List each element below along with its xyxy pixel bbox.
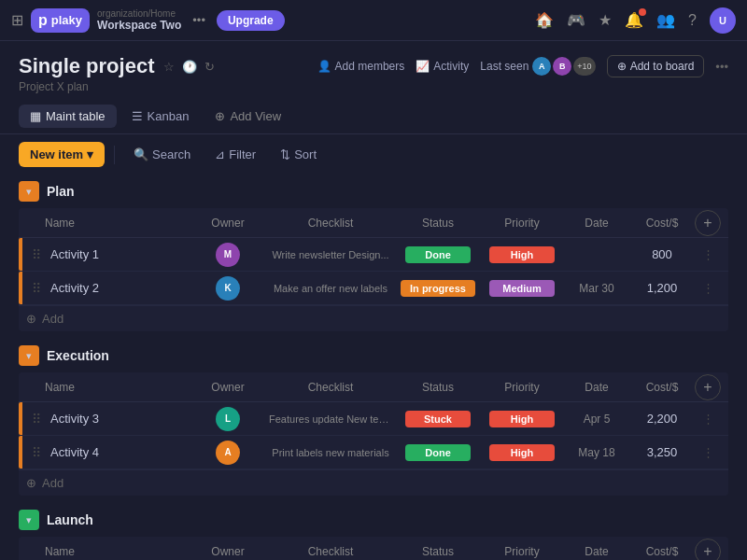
star-icon[interactable]: ★: [599, 11, 612, 29]
group-execution-col-headers: Name Owner Checklist Status Priority Dat…: [19, 372, 728, 402]
drag-handle-icon[interactable]: ⠿: [26, 247, 47, 262]
workspace-info: organization/Home Workspace Two: [97, 8, 181, 32]
col-header-checklist: Checklist: [265, 217, 396, 230]
row-more-icon[interactable]: ⋮: [695, 247, 721, 261]
row-more-icon[interactable]: ⋮: [695, 445, 721, 459]
group-plan-header[interactable]: ▾ Plan: [19, 175, 728, 208]
notifications-wrapper[interactable]: 🔔: [625, 11, 643, 29]
apps-icon[interactable]: 🎮: [567, 11, 585, 29]
row-activity-name: Activity 4: [47, 445, 190, 459]
col-add-button[interactable]: +: [695, 374, 721, 400]
group-execution-header[interactable]: ▾ Execution: [19, 339, 728, 372]
col-header-status: Status: [396, 545, 480, 558]
row-priority[interactable]: High: [480, 411, 564, 427]
row-status[interactable]: Done: [396, 246, 480, 263]
workspace-org: organization/Home: [97, 8, 181, 19]
add-to-board-button[interactable]: ⊕ Add to board: [607, 55, 705, 77]
row-left-bar: [19, 436, 22, 469]
row-more-icon[interactable]: ⋮: [695, 412, 721, 426]
toolbar: New item ▾ 🔍 Search ⊿ Filter ⇅ Sort: [0, 134, 747, 175]
table-row[interactable]: ⠿ Activity 3 L Features update New tec..…: [19, 402, 728, 436]
table-row[interactable]: ⠿ Activity 4 A Print labels new material…: [19, 436, 728, 469]
row-status[interactable]: Done: [396, 444, 480, 461]
add-view-icon: ⊕: [215, 109, 225, 123]
add-members-btn[interactable]: 👤 Add members: [317, 60, 405, 73]
col-header-add: +: [695, 374, 721, 400]
group-launch-chevron[interactable]: ▾: [19, 510, 39, 530]
row-date: Mar 30: [564, 282, 629, 295]
col-add-button[interactable]: +: [695, 210, 721, 236]
search-button[interactable]: 🔍 Search: [124, 143, 200, 166]
avatar: M: [216, 243, 240, 267]
people-icon[interactable]: 👥: [656, 11, 675, 29]
logo-badge[interactable]: p plaky: [31, 8, 90, 33]
row-checklist: Print labels new materials: [265, 447, 396, 458]
clock-icon[interactable]: 🕐: [182, 60, 197, 74]
group-execution-chevron[interactable]: ▾: [19, 345, 39, 366]
drag-handle-icon[interactable]: ⠿: [26, 281, 47, 296]
row-checklist: Write newsletter Design...: [265, 249, 396, 260]
drag-handle-icon[interactable]: ⠿: [26, 412, 47, 427]
col-header-status: Status: [396, 381, 480, 394]
priority-badge: Medium: [489, 280, 555, 297]
help-icon[interactable]: ?: [688, 12, 697, 29]
col-add-button[interactable]: +: [695, 539, 721, 561]
nav-more-icon[interactable]: •••: [189, 9, 209, 31]
col-header-cost: Cost/$: [629, 381, 695, 394]
user-avatar[interactable]: U: [710, 7, 736, 34]
logo-text: plaky: [51, 13, 82, 27]
col-header-name: Name: [26, 381, 190, 394]
priority-badge: High: [489, 246, 555, 263]
row-status[interactable]: Stuck: [396, 411, 480, 427]
upgrade-button[interactable]: Upgrade: [217, 10, 285, 31]
add-row-execution[interactable]: ⊕ Add: [19, 469, 728, 496]
row-status[interactable]: In progress: [396, 280, 480, 297]
table-row[interactable]: ⠿ Activity 2 K Make an offer new labels …: [19, 272, 728, 305]
col-header-add: +: [695, 539, 721, 561]
row-left-bar: [19, 402, 22, 435]
status-badge: Done: [405, 246, 471, 263]
project-more-icon[interactable]: •••: [715, 60, 728, 74]
nav-left: ⊞ p plaky organization/Home Workspace Tw…: [11, 8, 528, 33]
activity-btn[interactable]: 📈 Activity: [416, 60, 469, 73]
table-row[interactable]: ⠿ Activity 1 M Write newsletter Design..…: [19, 238, 728, 272]
col-header-date: Date: [564, 545, 629, 558]
row-owner: L: [190, 407, 265, 431]
refresh-icon[interactable]: ↻: [204, 60, 215, 74]
sort-button[interactable]: ⇅ Sort: [271, 143, 326, 166]
star-fav-icon[interactable]: ☆: [163, 60, 175, 74]
row-priority[interactable]: High: [480, 246, 564, 263]
drag-handle-icon[interactable]: ⠿: [26, 445, 47, 460]
row-checklist: Features update New tec...: [265, 413, 396, 425]
row-activity-name: Activity 1: [47, 247, 190, 261]
status-badge: In progress: [401, 280, 475, 297]
tab-main-table[interactable]: ▦ Maint table: [19, 105, 117, 128]
group-launch-header[interactable]: ▾ Launch: [19, 503, 728, 537]
row-checklist: Make an offer new labels: [265, 283, 396, 294]
home-icon[interactable]: 🏠: [535, 11, 554, 29]
last-seen-btn[interactable]: Last seen A B +10: [480, 57, 595, 76]
tab-add-view[interactable]: ⊕ Add View: [204, 105, 292, 128]
tabs-row: ▦ Maint table ☰ Kanban ⊕ Add View: [0, 99, 747, 134]
row-priority[interactable]: High: [480, 444, 564, 461]
add-row-plan[interactable]: ⊕ Add: [19, 305, 728, 331]
add-row-icon: ⊕: [26, 312, 36, 326]
tab-kanban[interactable]: ☰ Kanban: [120, 105, 201, 128]
last-seen-count: +10: [573, 57, 595, 76]
grid-menu-icon[interactable]: ⊞: [11, 11, 23, 29]
row-priority[interactable]: Medium: [480, 280, 564, 297]
add-members-icon: 👤: [317, 60, 331, 73]
group-plan-chevron[interactable]: ▾: [19, 181, 39, 202]
new-item-button[interactable]: New item ▾: [19, 142, 105, 167]
avatar: A: [216, 441, 240, 465]
col-header-owner: Owner: [190, 545, 265, 558]
row-more-icon[interactable]: ⋮: [695, 281, 721, 295]
group-execution-name: Execution: [47, 348, 728, 363]
col-header-priority: Priority: [480, 381, 564, 394]
top-navigation: ⊞ p plaky organization/Home Workspace Tw…: [0, 0, 747, 41]
group-launch: ▾ Launch Name Owner Checklist Status Pri…: [19, 503, 728, 560]
filter-button[interactable]: ⊿ Filter: [205, 143, 265, 166]
group-plan-name: Plan: [47, 184, 728, 199]
row-left-bar: [19, 238, 22, 271]
table-container: ▾ Plan Name Owner Checklist Status Prior…: [0, 175, 747, 560]
